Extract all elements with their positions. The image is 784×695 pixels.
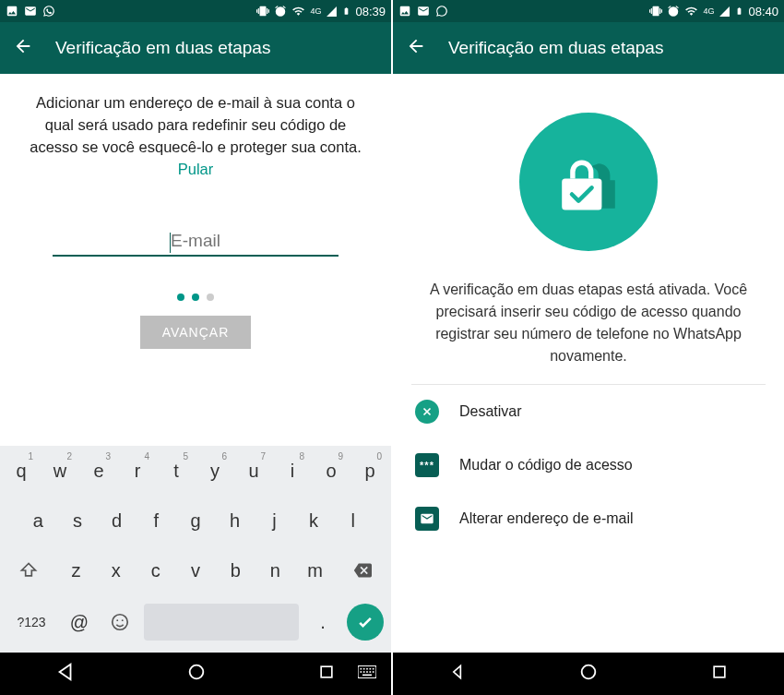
svg-rect-8 <box>366 668 368 670</box>
app-bar: Verificação em duas etapas <box>393 22 784 74</box>
lock-badge <box>519 113 658 251</box>
close-icon <box>415 400 439 424</box>
period-key[interactable]: . <box>306 601 339 643</box>
svg-rect-4 <box>321 666 332 677</box>
nav-recent[interactable] <box>705 657 734 690</box>
svg-point-2 <box>122 619 124 621</box>
nav-back[interactable] <box>50 656 81 691</box>
key-p[interactable]: p0 <box>352 449 387 492</box>
key-z[interactable]: z <box>58 549 94 592</box>
nav-home[interactable] <box>573 656 604 691</box>
svg-rect-19 <box>714 666 725 677</box>
enter-key[interactable] <box>347 604 384 641</box>
key-w[interactable]: w2 <box>42 449 77 492</box>
at-key[interactable]: @ <box>63 601 96 643</box>
svg-rect-14 <box>370 671 372 673</box>
nav-recent-icon <box>317 663 336 681</box>
app-bar-title: Verificação em duas etapas <box>448 38 663 58</box>
key-i[interactable]: i8 <box>275 449 310 492</box>
key-o[interactable]: o9 <box>314 449 349 492</box>
key-h[interactable]: h <box>217 499 253 542</box>
app-bar-title: Verificação em duas etapas <box>55 38 270 58</box>
nav-back-icon <box>55 662 76 682</box>
backspace-icon <box>351 561 374 580</box>
key-k[interactable]: k <box>296 499 332 542</box>
wifi-icon <box>684 5 698 18</box>
backspace-key[interactable] <box>337 549 387 592</box>
nav-keyboard-toggle[interactable] <box>352 660 382 688</box>
arrow-left-icon <box>406 36 426 56</box>
space-key[interactable] <box>144 604 299 641</box>
option-label: Mudar o código de acesso <box>459 457 633 473</box>
description: A verificação em duas etapas está ativad… <box>411 279 766 385</box>
arrow-left-icon <box>13 36 33 56</box>
option-change-code[interactable]: *** Mudar o código de acesso <box>411 438 766 492</box>
shift-icon <box>19 561 38 580</box>
vibrate-icon <box>256 5 269 18</box>
back-button[interactable] <box>406 36 426 61</box>
key-f[interactable]: f <box>138 499 174 542</box>
mail-icon <box>415 507 439 531</box>
nav-back[interactable] <box>443 657 472 690</box>
key-m[interactable]: m <box>297 549 333 592</box>
phone-left: 4G 08:39 Verificação em duas etapas Adic… <box>0 0 391 695</box>
key-s[interactable]: s <box>60 499 96 542</box>
whatsapp-icon <box>42 5 55 18</box>
alarm-icon <box>667 5 680 18</box>
description: Adicionar um endereço de e-mail à sua co… <box>18 92 373 181</box>
option-label: Alterar endereço de e-mail <box>459 510 634 527</box>
key-l[interactable]: l <box>335 499 371 542</box>
skip-link[interactable]: Pular <box>178 161 214 177</box>
option-change-email[interactable]: Alterar endereço de e-mail <box>411 492 766 545</box>
status-bar: 4G 08:40 <box>393 0 784 22</box>
dot <box>177 294 184 301</box>
advance-button[interactable]: AVANÇAR <box>140 316 252 349</box>
nav-home-icon <box>186 662 207 682</box>
key-r[interactable]: r4 <box>120 449 155 492</box>
description-text: Adicionar um endereço de e-mail à sua co… <box>30 94 362 155</box>
key-x[interactable]: x <box>98 549 134 592</box>
svg-rect-13 <box>366 671 368 673</box>
gmail-icon <box>417 5 430 18</box>
key-b[interactable]: b <box>218 549 254 592</box>
svg-point-1 <box>116 619 118 621</box>
dot <box>207 294 214 301</box>
svg-rect-16 <box>362 675 372 677</box>
keyboard: q1w2e3r4t5y6u7i8o9p0 asdfghjkl zxcvbnm ?… <box>0 446 391 653</box>
svg-rect-17 <box>562 178 601 210</box>
key-j[interactable]: j <box>256 499 292 542</box>
text-cursor <box>170 233 171 253</box>
emoji-key[interactable] <box>103 601 137 643</box>
nav-home-icon <box>578 662 599 682</box>
key-a[interactable]: a <box>20 499 56 542</box>
svg-rect-12 <box>363 671 365 673</box>
battery-icon <box>342 5 350 18</box>
key-u[interactable]: u7 <box>236 449 271 492</box>
key-t[interactable]: t5 <box>159 449 194 492</box>
key-c[interactable]: c <box>137 549 173 592</box>
shift-key[interactable] <box>4 549 54 592</box>
email-input[interactable] <box>53 227 339 257</box>
svg-rect-10 <box>373 668 374 670</box>
key-g[interactable]: g <box>178 499 214 542</box>
battery-icon <box>735 5 743 18</box>
key-v[interactable]: v <box>177 549 213 592</box>
key-y[interactable]: y6 <box>197 449 232 492</box>
dot <box>192 294 199 301</box>
symbols-key[interactable]: ?123 <box>7 601 55 643</box>
svg-rect-9 <box>370 668 372 670</box>
key-q[interactable]: q1 <box>4 449 39 492</box>
phone-right: 4G 08:40 Verificação em duas etapas A ve… <box>391 0 784 695</box>
key-n[interactable]: n <box>257 549 293 592</box>
clock: 08:39 <box>355 5 386 18</box>
key-e[interactable]: e3 <box>81 449 116 492</box>
keyboard-icon <box>358 665 376 678</box>
nav-home[interactable] <box>181 656 212 691</box>
emoji-icon <box>110 612 130 632</box>
svg-point-3 <box>190 665 204 679</box>
key-d[interactable]: d <box>99 499 135 542</box>
option-disable[interactable]: Desativar <box>411 385 766 438</box>
status-bar: 4G 08:39 <box>0 0 391 22</box>
nav-recent[interactable] <box>312 657 341 690</box>
back-button[interactable] <box>13 36 33 61</box>
